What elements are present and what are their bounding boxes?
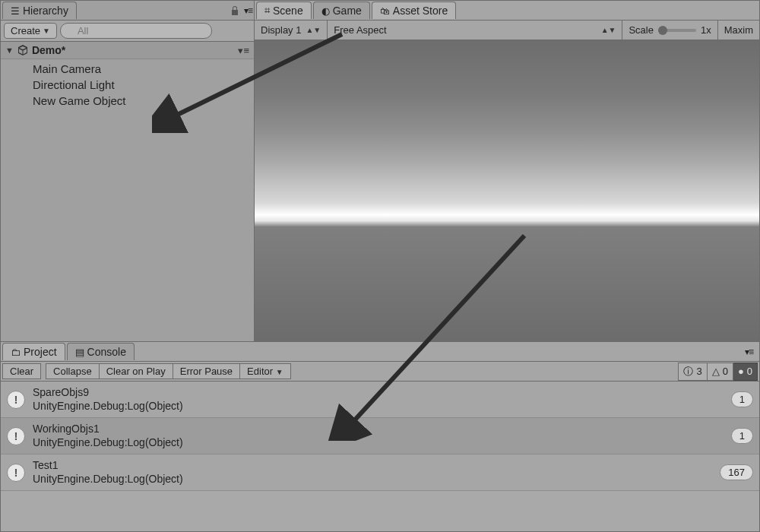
collapse-toggle[interactable]: Collapse — [46, 363, 100, 379]
log-info-icon: ! — [7, 391, 25, 409]
tab-console-label: Console — [87, 346, 126, 358]
tab-hierarchy[interactable]: ☰ Hierarchy — [2, 2, 77, 19]
log-info-icon: ! — [7, 464, 25, 482]
hierarchy-icon: ☰ — [11, 5, 20, 17]
tab-project-label: Project — [24, 346, 57, 358]
info-count[interactable]: ⓘ 3 — [678, 363, 707, 381]
asset-store-icon: 🛍 — [380, 5, 390, 17]
log-count: 1 — [731, 391, 753, 407]
log-row[interactable]: ! SpareObjs9 UnityEngine.Debug:Log(Objec… — [1, 382, 759, 418]
log-subtitle: UnityEngine.Debug:Log(Object) — [33, 400, 724, 413]
create-button[interactable]: Create ▼ — [4, 23, 57, 39]
error-icon: ● — [738, 366, 744, 377]
game-panel: ⌗ Scene ◐ Game 🛍 Asset Store Display 1 ▲… — [255, 0, 760, 342]
maximize-toggle[interactable]: Maxim — [718, 21, 759, 40]
log-row[interactable]: ! WorkingObjs1 UnityEngine.Debug:Log(Obj… — [1, 418, 759, 454]
bottom-panel: 🗀 Project ▤ Console ▾≡ Clear Collapse Cl… — [0, 342, 760, 532]
tab-hierarchy-label: Hierarchy — [23, 5, 68, 17]
warning-icon: △ — [712, 366, 720, 377]
scale-control[interactable]: Scale 1x — [622, 21, 717, 40]
log-title: Test1 — [33, 459, 712, 473]
display-dropdown[interactable]: Display 1 ▲▼ — [255, 21, 328, 40]
aspect-dropdown[interactable]: Free Aspect ▲▼ — [328, 21, 622, 40]
hierarchy-panel: ☰ Hierarchy ▾≡ Create ▼ 🔍 ▼ Demo — [0, 0, 255, 342]
chevron-updown-icon: ▲▼ — [601, 26, 616, 34]
tab-scene[interactable]: ⌗ Scene — [256, 2, 312, 19]
error-count-value: 0 — [747, 366, 752, 377]
scale-value: 1x — [701, 24, 711, 36]
hierarchy-item[interactable]: Main Camera — [33, 61, 254, 77]
log-title: SpareObjs9 — [33, 386, 724, 400]
log-row[interactable]: ! Test1 UnityEngine.Debug:Log(Object) 16… — [1, 454, 759, 491]
error-count[interactable]: ● 0 — [733, 363, 758, 381]
tab-asset-store-label: Asset Store — [393, 5, 448, 17]
hierarchy-item[interactable]: Directional Light — [33, 77, 254, 93]
info-count-value: 3 — [696, 366, 701, 377]
aspect-label: Free Aspect — [334, 24, 386, 36]
tab-scene-label: Scene — [273, 5, 303, 17]
clear-on-play-toggle[interactable]: Clear on Play — [100, 363, 173, 379]
tab-console[interactable]: ▤ Console — [67, 343, 135, 360]
game-tab-icon: ◐ — [321, 5, 330, 17]
editor-label: Editor — [247, 366, 273, 377]
scale-slider[interactable] — [658, 29, 696, 32]
error-pause-toggle[interactable]: Error Pause — [173, 363, 240, 379]
editor-dropdown[interactable]: Editor ▼ — [240, 363, 291, 379]
display-label: Display 1 — [261, 24, 301, 36]
log-subtitle: UnityEngine.Debug:Log(Object) — [33, 436, 724, 450]
hierarchy-search-input[interactable] — [60, 23, 212, 39]
unity-scene-icon — [17, 44, 29, 56]
hierarchy-item[interactable]: New Game Object — [33, 93, 254, 109]
tab-game-label: Game — [333, 5, 362, 17]
log-count: 1 — [731, 428, 753, 444]
lock-icon[interactable] — [230, 5, 239, 16]
warn-count-value: 0 — [723, 366, 728, 377]
tab-project[interactable]: 🗀 Project — [2, 343, 65, 360]
chevron-down-icon: ▼ — [43, 27, 50, 35]
create-button-label: Create — [11, 25, 40, 36]
chevron-updown-icon: ▲▼ — [306, 26, 321, 34]
log-count: 167 — [720, 464, 753, 480]
log-subtitle: UnityEngine.Debug:Log(Object) — [33, 473, 712, 486]
tab-asset-store[interactable]: 🛍 Asset Store — [372, 2, 456, 19]
scale-label: Scale — [629, 24, 654, 36]
console-log-list: ! SpareObjs9 UnityEngine.Debug:Log(Objec… — [1, 382, 759, 491]
panel-menu-icon[interactable]: ▾≡ — [745, 347, 758, 357]
console-icon: ▤ — [75, 347, 84, 358]
scene-row[interactable]: ▼ Demo* ▾≡ — [1, 42, 254, 59]
info-icon: ⓘ — [683, 365, 693, 378]
log-title: WorkingObjs1 — [33, 423, 724, 436]
chevron-down-icon: ▼ — [276, 368, 283, 376]
log-info-icon: ! — [7, 427, 25, 445]
foldout-icon[interactable]: ▼ — [5, 46, 14, 55]
scene-name: Demo* — [32, 44, 65, 56]
maximize-label: Maxim — [724, 24, 753, 36]
panel-menu-icon[interactable]: ▾≡ — [244, 5, 252, 16]
scene-menu-icon[interactable]: ▾≡ — [238, 45, 249, 56]
project-icon: 🗀 — [11, 347, 21, 358]
tab-game[interactable]: ◐ Game — [313, 2, 370, 19]
game-view[interactable] — [255, 40, 759, 341]
warn-count[interactable]: △ 0 — [708, 363, 733, 381]
clear-button[interactable]: Clear — [2, 363, 41, 379]
scene-tab-icon: ⌗ — [264, 5, 270, 17]
